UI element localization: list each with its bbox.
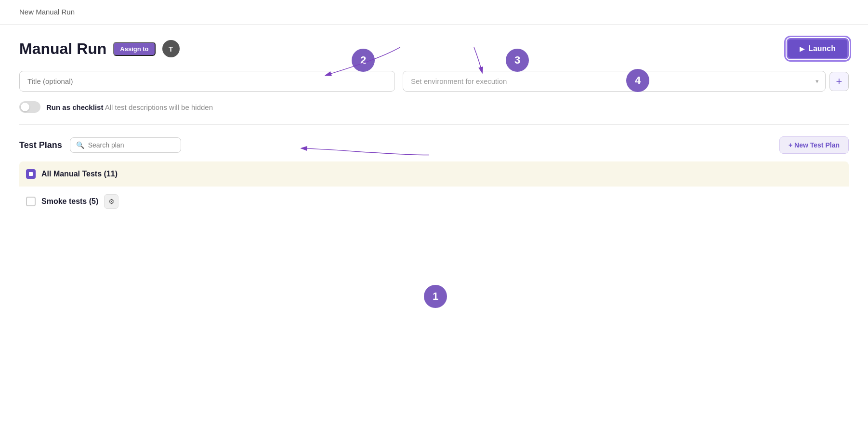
add-env-button[interactable]: +: [829, 72, 849, 91]
gear-icon-button[interactable]: ⚙: [104, 194, 118, 209]
test-plan-name-2: Smoke tests (5): [41, 197, 98, 206]
avatar: T: [162, 40, 180, 57]
checkbox-2: [26, 197, 36, 206]
test-plan-list: All Manual Tests (11) Smoke tests (5) ⚙: [19, 161, 849, 216]
test-plan-item-1[interactable]: All Manual Tests (11): [19, 161, 849, 187]
annotation-bubble-1: 1: [424, 285, 447, 308]
radio-inner: [29, 172, 33, 176]
new-test-plan-button[interactable]: + New Test Plan: [779, 136, 849, 154]
test-plan-name-1: All Manual Tests (11): [41, 170, 118, 178]
test-plans-title: Test Plans: [19, 140, 62, 150]
assign-to-button[interactable]: Assign to: [113, 42, 155, 56]
launch-button[interactable]: ▶ Launch: [787, 38, 849, 59]
breadcrumb: New Manual Run: [19, 8, 75, 16]
checklist-label: Run as checklist All test descriptions w…: [46, 103, 213, 111]
checklist-row: Run as checklist All test descriptions w…: [19, 101, 849, 113]
env-select-container: Set environment for execution ▾: [403, 71, 826, 92]
top-bar: New Manual Run: [0, 0, 868, 25]
divider: [19, 124, 849, 125]
header-row: Manual Run Assign to T ▶ Launch: [19, 38, 849, 59]
radio-button-1: [26, 169, 36, 179]
search-input[interactable]: [88, 141, 175, 149]
title-input[interactable]: [19, 71, 395, 92]
header-left: Manual Run Assign to T: [19, 40, 180, 58]
play-icon: ▶: [800, 45, 804, 53]
env-select-wrapper: Set environment for execution ▾ +: [403, 71, 849, 92]
checklist-toggle[interactable]: [19, 101, 40, 113]
page-title: Manual Run: [19, 40, 106, 58]
search-box: 🔍: [70, 137, 181, 153]
test-plans-header: Test Plans 🔍 + New Test Plan: [19, 136, 849, 154]
form-row: Set environment for execution ▾ +: [19, 71, 849, 92]
search-icon: 🔍: [76, 141, 84, 149]
test-plans-left: Test Plans 🔍: [19, 137, 181, 153]
main-content: Manual Run Assign to T ▶ Launch Set envi…: [0, 25, 868, 230]
env-select[interactable]: Set environment for execution: [403, 71, 826, 92]
header-right: ▶ Launch: [787, 38, 849, 59]
test-plan-item-2[interactable]: Smoke tests (5) ⚙: [19, 187, 849, 216]
